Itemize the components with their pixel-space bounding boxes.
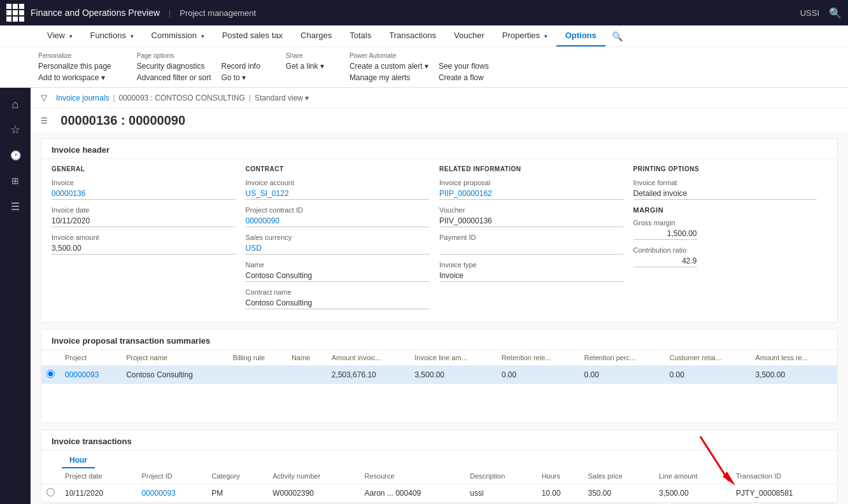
ribbon-group-share-title: Share [286,52,324,59]
ribbon-search-icon[interactable]: 🔍 [612,31,623,41]
field-payment-id: Payment ID [439,234,623,255]
ribbon-groups: Personalize Personalize this page Add to… [0,47,848,87]
page-title-bar: ☰ 00000136 : 00000090 [31,108,848,132]
proposal-row-amount-less-re: 3,500.00 [750,365,837,384]
field-sales-currency: Sales currency USD [246,234,430,255]
get-link-btn[interactable]: Get a link ▾ [286,62,324,71]
personalize-page-btn[interactable]: Personalize this page [38,62,111,71]
proposal-col-project-name: Project name [121,350,227,366]
advanced-filter-btn[interactable]: Advanced filter or sort [137,73,211,82]
tab-posted-sales-tax[interactable]: Posted sales tax [213,25,292,46]
proposal-summaries-title: Invoice proposal transaction summaries [41,330,837,350]
tab-properties[interactable]: Properties ▾ [493,25,556,46]
proposal-row-project-name: Contoso Consulting [121,365,227,384]
ribbon-group-share: Share Get a link ▾ [286,52,324,82]
form-col-printing: PRINTING OPTIONS Invoice format Detailed… [633,165,828,316]
tx-col-category: Category [206,468,267,484]
tx-row-activity-number: W00002390 [267,484,359,502]
tx-col-project-date: Project date [60,468,136,484]
sidebar-icon-list[interactable]: ☰ [4,195,27,218]
tx-row-hours: 10.00 [537,484,583,502]
invoice-header-title: Invoice header [41,139,837,159]
invoice-format-value: Detailed invoice [633,188,817,200]
printing-col-title: PRINTING OPTIONS [633,165,817,172]
sales-currency-value[interactable]: USD [246,242,430,255]
tab-charges[interactable]: Charges [292,25,341,46]
create-flow-btn[interactable]: Create a flow [439,73,489,82]
tab-options[interactable]: Options [556,25,605,46]
security-diagnostics-btn[interactable]: Security diagnostics [137,62,211,71]
project-contract-id-value[interactable]: 00000090 [246,215,430,227]
field-invoice: Invoice 00000136 [52,179,236,200]
see-flows-btn[interactable]: See your flows [439,62,489,71]
transactions-table: Project date Project ID Category Activit… [41,468,837,503]
tx-row-radio[interactable] [41,484,60,502]
proposal-row-customer-retai: 0.00 [665,365,751,384]
proposal-col-amount-less-re: Amount less re... [750,350,837,366]
contribution-ratio-label: Contribution ratio [633,246,817,254]
voucher-value: PIIV_00000136 [439,215,623,227]
tab-transactions[interactable]: Transactions [380,25,445,46]
list-view-icon[interactable]: ☰ [41,116,53,129]
field-invoice-format: Invoice format Detailed invoice [633,179,817,200]
field-project-contract-id: Project contract ID 00000090 [246,206,430,227]
proposal-row-project: 00000093 [60,365,121,384]
search-icon[interactable]: 🔍 [829,7,842,19]
sidebar-icon-favorites[interactable]: ☆ [4,118,27,141]
breadcrumb-bar: ▽ Invoice journals | 0000093 : CONTOSO C… [31,88,848,108]
tab-view[interactable]: View ▾ [38,25,81,46]
proposal-row-billing-rule [227,365,286,384]
transactions-table-row[interactable]: 10/11/2020 00000093 PM W00002390 Aaron .… [41,484,837,502]
hour-tab[interactable]: Hour [62,453,95,468]
ribbon-group-power-automate-title: Power Automate [350,52,489,59]
tab-commission[interactable]: Commission ▾ [143,25,213,46]
go-to-btn[interactable]: Go to ▾ [221,73,260,82]
sidebar-icon-home[interactable]: ⌂ [4,93,27,116]
field-name: Name Contoso Consulting [246,261,430,282]
gross-margin-label: Gross margin [633,219,817,227]
tx-row-description: ussi [465,484,536,502]
proposal-col-billing-rule: Billing rule [227,350,286,366]
contract-col-title: CONTRACT [246,165,430,172]
tab-functions[interactable]: Functions ▾ [81,25,143,46]
manage-alerts-btn[interactable]: Manage my alerts [350,73,428,82]
field-contribution-ratio: Contribution ratio 42.9 [633,246,817,267]
tx-col-resource: Resource [360,468,465,484]
record-info-btn[interactable]: Record info [221,62,260,71]
proposal-row-invoice-line-am: 3,500.00 [409,365,497,384]
invoice-header-grid: GENERAL Invoice 00000136 Invoice date 10… [41,159,837,322]
ribbon-group-page-options: Page options Security diagnostics Advanc… [137,52,260,82]
ribbon-group-page-options-items: Security diagnostics Advanced filter or … [137,62,260,82]
add-workspace-btn[interactable]: Add to workspace ▾ [38,73,111,82]
invoice-proposal-value[interactable]: PIIP_00000162 [439,188,623,200]
filter-icon[interactable]: ▽ [41,93,47,102]
proposal-row-retention-rele: 0.00 [497,365,579,384]
field-invoice-type: Invoice type Invoice [439,261,623,282]
invoice-header-section: Invoice header GENERAL Invoice 00000136 … [41,138,838,323]
top-bar: Finance and Operations Preview | Project… [0,0,848,25]
tab-totals[interactable]: Totals [341,25,380,46]
invoice-date-label: Invoice date [52,206,236,214]
contract-name-group: Name Contoso Consulting Contract name Co… [246,261,430,309]
tx-col-description: Description [465,468,536,484]
breadcrumb-link-journals[interactable]: Invoice journals [56,94,109,102]
sidebar-icon-recent[interactable]: 🕐 [4,144,27,167]
proposal-row-radio[interactable] [41,365,60,384]
invoice-proposal-label: Invoice proposal [439,179,623,186]
invoice-value[interactable]: 00000136 [52,188,236,200]
sidebar-icon-modules[interactable]: ⊞ [4,169,27,192]
ribbon-group-personalize-title: Personalize [38,52,111,59]
breadcrumb-view[interactable]: Standard view ▾ [255,94,309,102]
form-col-contract: CONTRACT Invoice account US_SI_0122 Proj… [246,165,440,316]
margin-title: MARGIN [633,206,817,214]
create-custom-alert-btn[interactable]: Create a custom alert ▾ [350,62,428,71]
voucher-label: Voucher [439,206,623,214]
proposal-row-retention-perc: 0.00 [579,365,665,384]
proposal-table-row[interactable]: 00000093 Contoso Consulting 2,503,676.10… [41,365,837,384]
name-value: Contoso Consulting [246,270,430,282]
tab-voucher[interactable]: Voucher [445,25,493,46]
invoice-type-value: Invoice [439,270,623,282]
contribution-ratio-value: 42.9 [633,255,697,267]
app-grid-icon[interactable] [6,4,24,22]
invoice-account-value[interactable]: US_SI_0122 [246,188,430,200]
